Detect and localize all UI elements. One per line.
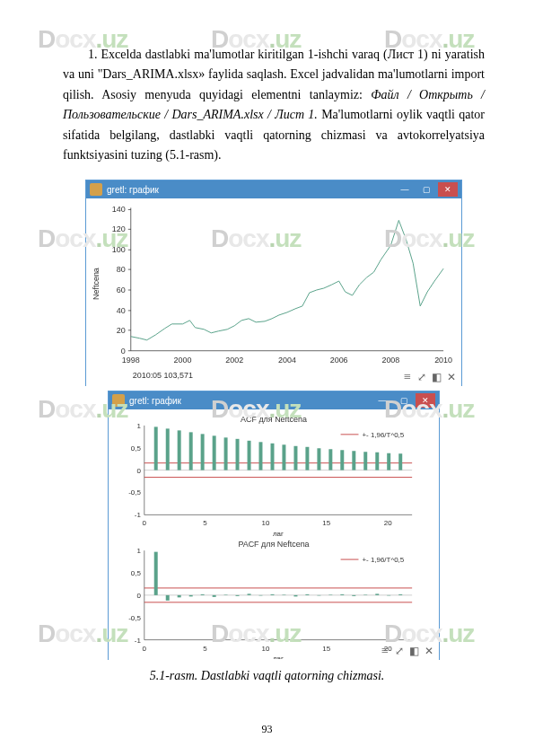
chart-toolbar: ≡ ⤢ ◧ ✕: [404, 370, 456, 384]
svg-rect-47: [282, 444, 285, 470]
svg-text:5: 5: [203, 645, 207, 653]
svg-text:2008: 2008: [381, 356, 399, 365]
svg-rect-40: [201, 434, 205, 470]
gretl-icon: [112, 394, 125, 407]
svg-rect-38: [178, 430, 181, 470]
close-chart-icon[interactable]: ✕: [447, 371, 456, 384]
svg-rect-84: [271, 594, 275, 595]
svg-rect-93: [375, 593, 379, 594]
figure-caption: 5.1-rasm. Dastlabki vaqtli qatorning chi…: [0, 669, 534, 683]
window-title: gretl: график: [129, 396, 372, 406]
ci-legend: +- 1,96/T^0,5: [362, 431, 404, 439]
menu-icon[interactable]: ≡: [404, 370, 412, 384]
svg-text:1: 1: [136, 547, 141, 555]
svg-text:15: 15: [322, 519, 330, 527]
svg-rect-54: [363, 452, 367, 470]
svg-rect-57: [398, 453, 402, 470]
svg-rect-51: [328, 449, 332, 470]
svg-text:-1: -1: [135, 637, 142, 645]
svg-text:10: 10: [262, 519, 270, 527]
svg-rect-49: [305, 447, 309, 470]
svg-rect-53: [352, 451, 355, 470]
cursor-readout: 2010:05 103,571: [133, 371, 193, 380]
ci-legend: +- 1,96/T^0,5: [362, 556, 404, 564]
gretl-acf-pacf-window: gretl: график — ▢ ✕ ACF для Neftcena 1 0…: [108, 391, 440, 660]
svg-rect-76: [178, 595, 181, 597]
svg-text:2002: 2002: [225, 356, 243, 365]
window-titlebar[interactable]: gretl: график — ▢ ✕: [86, 180, 461, 198]
maximize-button[interactable]: ▢: [394, 393, 414, 408]
line-series: [131, 220, 443, 339]
svg-rect-75: [166, 595, 170, 601]
svg-text:2010: 2010: [434, 356, 452, 365]
svg-text:0: 0: [136, 592, 141, 600]
svg-rect-55: [375, 453, 379, 470]
svg-rect-87: [305, 594, 309, 595]
pacf-xlabel: лаг: [273, 655, 284, 659]
acf-pacf-area: ACF для Neftcena 1 0,5 0 -0,5 -1 +- 1,96…: [109, 409, 439, 661]
svg-text:0: 0: [136, 467, 141, 475]
svg-rect-79: [213, 595, 216, 597]
zoom-icon[interactable]: ⤢: [417, 371, 426, 384]
svg-rect-46: [271, 444, 275, 470]
svg-text:0,5: 0,5: [131, 569, 142, 577]
svg-text:60: 60: [117, 286, 126, 294]
svg-text:2006: 2006: [330, 356, 348, 365]
y-axis-label: Neftcena: [92, 268, 101, 300]
close-button[interactable]: ✕: [416, 393, 435, 408]
menu-icon[interactable]: ≡: [381, 644, 390, 658]
svg-text:20: 20: [384, 519, 392, 527]
svg-text:-0,5: -0,5: [128, 488, 141, 497]
svg-text:5: 5: [203, 519, 207, 527]
svg-rect-42: [224, 437, 228, 470]
window-titlebar[interactable]: gretl: график — ▢ ✕: [109, 391, 439, 409]
svg-text:140: 140: [112, 205, 126, 214]
svg-rect-77: [189, 595, 193, 596]
acf-xlabel: лаг: [273, 530, 284, 538]
y-axis-ticks: 0 20 40 60 80 100 120 140: [112, 205, 126, 355]
svg-rect-44: [248, 441, 251, 470]
export-icon[interactable]: ◧: [409, 645, 419, 658]
minimize-button[interactable]: —: [395, 182, 415, 197]
svg-rect-39: [189, 432, 193, 470]
svg-text:1998: 1998: [122, 356, 140, 365]
close-button[interactable]: ✕: [438, 182, 458, 197]
svg-text:20: 20: [117, 326, 126, 335]
svg-text:2004: 2004: [278, 356, 296, 365]
svg-rect-36: [154, 426, 158, 470]
svg-rect-91: [352, 595, 355, 596]
svg-text:15: 15: [322, 645, 330, 653]
svg-rect-95: [398, 594, 402, 595]
svg-rect-86: [293, 595, 297, 596]
svg-rect-52: [340, 450, 344, 470]
svg-text:1: 1: [136, 422, 141, 430]
svg-text:-0,5: -0,5: [128, 614, 141, 622]
svg-text:120: 120: [112, 224, 126, 233]
svg-text:0: 0: [143, 519, 147, 527]
close-chart-icon[interactable]: ✕: [425, 645, 433, 658]
export-icon[interactable]: ◧: [432, 371, 442, 384]
svg-rect-50: [317, 448, 320, 470]
svg-rect-45: [258, 442, 262, 470]
svg-rect-74: [154, 552, 158, 595]
svg-rect-48: [293, 446, 297, 470]
svg-text:0,5: 0,5: [131, 444, 142, 453]
maximize-button[interactable]: ▢: [416, 182, 436, 197]
svg-text:40: 40: [117, 306, 126, 315]
pacf-title: PACF для Neftcena: [238, 540, 309, 549]
gretl-line-chart-window: gretl: график — ▢ ✕ 0 20 40 60 80 100 12…: [85, 180, 462, 386]
svg-text:2000: 2000: [174, 356, 192, 365]
svg-rect-82: [248, 593, 251, 594]
acf-title: ACF для Neftcena: [241, 415, 307, 424]
svg-rect-56: [387, 453, 390, 470]
chart-toolbar: ≡ ⤢ ◧ ✕: [381, 644, 433, 658]
svg-rect-81: [236, 595, 240, 596]
svg-rect-37: [166, 428, 170, 470]
svg-text:-1: -1: [135, 511, 142, 519]
svg-text:100: 100: [112, 245, 126, 254]
minimize-button[interactable]: —: [372, 393, 392, 408]
svg-rect-90: [340, 594, 344, 595]
x-axis-ticks: 1998 2000 2002 2004 2006 2008 2010: [122, 356, 452, 365]
svg-rect-43: [236, 439, 240, 470]
zoom-icon[interactable]: ⤢: [395, 645, 404, 658]
